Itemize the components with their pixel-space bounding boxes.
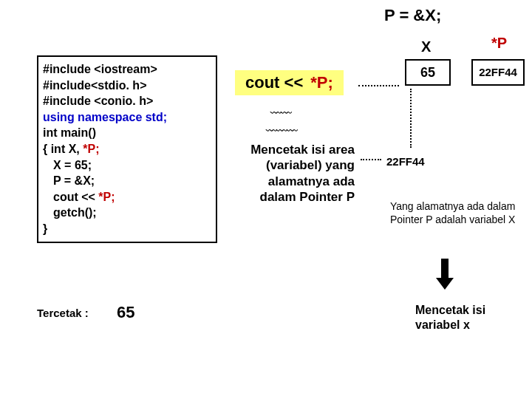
cout-kw: cout << [53, 191, 98, 203]
code-line: } [43, 222, 47, 235]
wave-icon: ﹏﹏ [270, 102, 291, 117]
code-line: #include <iostream> [43, 63, 157, 75]
output-label: Tercetak : [37, 307, 89, 319]
explanation-text: Mencetak isi area (variabel) yang alamat… [244, 142, 355, 205]
code-line: cout << *P; [43, 189, 211, 205]
code-line: { int X, *P; [43, 143, 99, 155]
memory-box-p: 22FF44 [471, 59, 525, 86]
connector-line [410, 89, 412, 148]
code-line: int main() [43, 126, 96, 139]
deref: *P; [98, 191, 115, 203]
connector-line [361, 159, 381, 160]
slide-title: P = &X; [384, 6, 441, 25]
memory-box-x: 65 [405, 59, 451, 86]
decl: int X, [51, 143, 83, 155]
cout-deref: *P; [310, 73, 333, 92]
code-line: #include<stdio. h> [43, 79, 146, 92]
code-line: getch(); [43, 205, 211, 221]
ptr-decl: *P; [83, 143, 99, 155]
right-explanation: Yang alamatnya ada dalam Pointer P adala… [390, 200, 523, 226]
var-x-label: X [421, 38, 431, 55]
code-line: #include <conio. h> [43, 95, 153, 107]
code-block: #include <iostream> #include<stdio. h> #… [37, 55, 217, 243]
connector-line [358, 85, 399, 86]
wave-icon: ﹏﹏﹏ [266, 120, 297, 135]
arrow-down-icon [436, 259, 454, 288]
brace: { [43, 143, 51, 155]
code-line: using namespace std; [43, 111, 167, 123]
code-line: X = 65; [43, 157, 211, 174]
cout-text: cout << [245, 73, 303, 92]
bottom-conclusion: Mencetak isi variabel x [415, 303, 519, 332]
var-p-label: *P [491, 35, 507, 52]
output-value: 65 [117, 303, 134, 322]
cout-highlight: cout << *P; [235, 70, 344, 95]
address-x: 22FF44 [386, 155, 425, 168]
code-line: P = &X; [43, 173, 211, 189]
